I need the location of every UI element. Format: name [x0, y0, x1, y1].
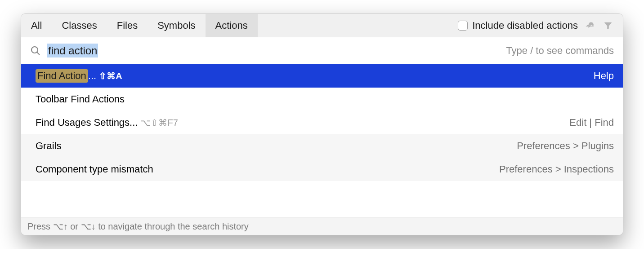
result-label: Find Action... ⇧⌘A: [36, 69, 594, 83]
result-label: Find Usages Settings... ⌥⇧⌘F7: [36, 117, 569, 128]
empty-space: [21, 181, 623, 217]
result-label: Grails: [36, 140, 517, 152]
svg-point-0: [31, 47, 38, 53]
tab-files[interactable]: Files: [107, 14, 148, 37]
search-everywhere-window: All Classes Files Symbols Actions Includ…: [21, 13, 623, 235]
result-row-component-type-mismatch[interactable]: Component type mismatch Preferences > In…: [21, 158, 623, 181]
result-text: Component type mismatch: [36, 163, 153, 175]
right-controls: Include disabled actions: [458, 20, 623, 31]
tabs: All Classes Files Symbols Actions: [21, 14, 258, 37]
shortcut-text: ⌥⇧⌘F7: [140, 117, 178, 128]
result-location: Edit | Find: [569, 117, 614, 128]
shortcut-text: ⇧⌘A: [99, 71, 122, 81]
result-suffix: ...: [88, 70, 96, 82]
result-text: Toolbar Find Actions: [36, 93, 125, 105]
filter-icon[interactable]: [602, 20, 614, 31]
search-icon: [30, 45, 41, 56]
result-label: Component type mismatch: [36, 163, 499, 175]
tab-symbols[interactable]: Symbols: [148, 14, 205, 37]
tabs-row: All Classes Files Symbols Actions Includ…: [21, 14, 623, 37]
result-text: Grails: [36, 140, 61, 152]
include-disabled-checkbox[interactable]: [458, 21, 468, 31]
search-input[interactable]: find action: [47, 44, 98, 57]
result-row-find-action[interactable]: Find Action... ⇧⌘A Help: [21, 64, 623, 88]
pin-icon[interactable]: [584, 20, 596, 31]
result-location: Preferences > Plugins: [517, 140, 614, 152]
result-highlight: Find Action: [36, 69, 88, 83]
tab-actions[interactable]: Actions: [206, 14, 258, 37]
search-hint: Type / to see commands: [506, 45, 614, 57]
include-disabled-wrap[interactable]: Include disabled actions: [458, 20, 578, 31]
result-location: Help: [594, 70, 614, 82]
search-row: find action Type / to see commands: [21, 37, 623, 64]
result-label: Toolbar Find Actions: [36, 93, 614, 105]
result-row-grails[interactable]: Grails Preferences > Plugins: [21, 134, 623, 158]
svg-line-1: [37, 52, 40, 55]
include-disabled-label: Include disabled actions: [472, 20, 578, 31]
result-row-toolbar-find-actions[interactable]: Toolbar Find Actions: [21, 88, 623, 111]
tab-all[interactable]: All: [21, 14, 52, 37]
result-row-find-usages-settings[interactable]: Find Usages Settings... ⌥⇧⌘F7 Edit | Fin…: [21, 111, 623, 134]
results-list: Find Action... ⇧⌘A Help Toolbar Find Act…: [21, 64, 623, 217]
result-text: Find Usages Settings...: [36, 117, 138, 128]
footer-hint-text: Press ⌥↑ or ⌥↓ to navigate through the s…: [27, 221, 249, 232]
footer-hint: Press ⌥↑ or ⌥↓ to navigate through the s…: [21, 217, 623, 235]
tab-classes[interactable]: Classes: [52, 14, 107, 37]
result-location: Preferences > Inspections: [499, 163, 614, 175]
